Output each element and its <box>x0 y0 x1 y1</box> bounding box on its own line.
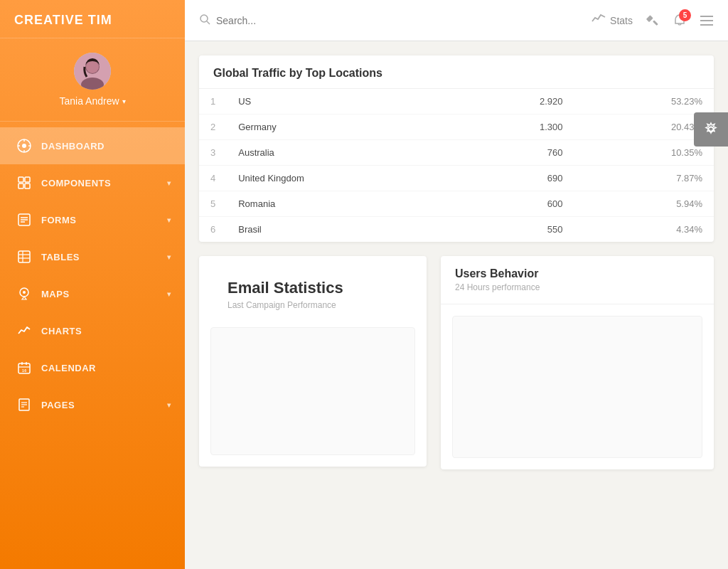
rank-cell: 5 <box>199 191 227 217</box>
behavior-card-header: Users Behavior 24 Hours performance <box>441 256 714 304</box>
email-stats-subtitle: Last Campaign Performance <box>213 300 412 321</box>
sidebar-user: Tania Andrew ▾ <box>0 38 185 122</box>
svg-point-5 <box>22 144 26 148</box>
rank-cell: 6 <box>199 217 227 243</box>
table-row: 2 Germany 1.300 20.43% <box>199 115 714 140</box>
country-cell: United Kingdom <box>227 166 456 191</box>
svg-rect-11 <box>25 177 30 182</box>
svg-rect-36 <box>646 15 653 22</box>
sidebar-item-calendar[interactable]: 16 CALENDAR <box>0 349 185 386</box>
geography-card: Global Traffic by Top Locations 1 US 2.9… <box>199 55 714 242</box>
avatar <box>74 53 111 90</box>
svg-rect-18 <box>18 251 30 262</box>
sidebar-item-dashboard[interactable]: DASHBOARD <box>0 127 185 164</box>
email-stats-chart <box>210 327 415 455</box>
svg-text:16: 16 <box>22 368 27 373</box>
email-stats-col: Email Statistics Last Campaign Performan… <box>199 256 427 484</box>
calendar-icon: 16 <box>14 358 34 378</box>
stats-label: Stats <box>610 15 633 26</box>
sidebar-item-components[interactable]: COMPONENTS ▾ <box>0 164 185 201</box>
sidebar-item-label: TABLES <box>41 252 80 262</box>
table-row: 4 United Kingdom 690 7.87% <box>199 166 714 191</box>
sidebar: CREATIVE TIM Tania Andrew ▾ <box>0 0 185 569</box>
table-row: 6 Brasil 550 4.34% <box>199 217 714 243</box>
menu-button[interactable] <box>700 15 714 26</box>
search-area <box>199 14 583 28</box>
chevron-down-icon: ▾ <box>167 179 171 187</box>
table-row: 5 Romania 600 5.94% <box>199 191 714 217</box>
percent-cell: 20.43% <box>574 115 714 140</box>
sidebar-item-label: MAPS <box>41 289 70 299</box>
number-cell: 1.300 <box>456 115 574 140</box>
notification-badge: 5 <box>679 9 691 21</box>
sidebar-item-label: FORMS <box>41 215 76 225</box>
email-stats-card: Email Statistics Last Campaign Performan… <box>199 256 427 467</box>
sidebar-nav: DASHBOARD COMPONENTS ▾ <box>0 122 185 429</box>
username-chevron: ▾ <box>122 97 126 105</box>
geography-card-body: 1 US 2.920 53.23% 2 Germany 1.300 20.43%… <box>199 89 714 242</box>
search-icon <box>199 14 210 28</box>
percent-cell: 10.35% <box>574 140 714 166</box>
notifications-button[interactable]: 5 <box>673 14 687 28</box>
sidebar-item-pages[interactable]: PAGES ▾ <box>0 386 185 423</box>
dashboard-icon <box>14 136 34 156</box>
two-col-section: Email Statistics Last Campaign Performan… <box>199 256 714 484</box>
email-stats-title: Email Statistics <box>213 267 412 300</box>
topbar: Stats 5 <box>185 0 728 41</box>
content-area: Global Traffic by Top Locations 1 US 2.9… <box>185 41 728 569</box>
settings-fab[interactable] <box>694 112 728 147</box>
percent-cell: 53.23% <box>574 89 714 115</box>
svg-point-3 <box>86 60 99 73</box>
sidebar-item-forms[interactable]: FORMS ▾ <box>0 201 185 238</box>
percent-cell: 5.94% <box>574 191 714 217</box>
number-cell: 550 <box>456 217 574 243</box>
country-cell: US <box>227 89 456 115</box>
country-cell: Brasil <box>227 217 456 243</box>
chevron-down-icon: ▾ <box>167 253 171 261</box>
number-cell: 600 <box>456 191 574 217</box>
chevron-down-icon: ▾ <box>167 216 171 224</box>
rank-cell: 1 <box>199 89 227 115</box>
sidebar-item-label: PAGES <box>41 400 75 410</box>
main-area: Stats 5 <box>185 0 728 569</box>
percent-cell: 7.87% <box>574 166 714 191</box>
sidebar-item-label: CHARTS <box>41 326 82 336</box>
pages-icon <box>14 395 34 415</box>
table-row: 1 US 2.920 53.23% <box>199 89 714 115</box>
topbar-actions: Stats 5 <box>592 13 714 28</box>
svg-rect-35 <box>653 20 658 26</box>
country-cell: Germany <box>227 115 456 140</box>
sidebar-item-charts[interactable]: CHARTS <box>0 312 185 349</box>
geography-table: 1 US 2.920 53.23% 2 Germany 1.300 20.43%… <box>199 89 714 242</box>
rank-cell: 4 <box>199 166 227 191</box>
geography-title: Global Traffic by Top Locations <box>213 67 700 80</box>
svg-rect-10 <box>18 177 23 182</box>
rank-cell: 2 <box>199 115 227 140</box>
brand-name: CREATIVE TIM <box>14 13 112 27</box>
svg-point-41 <box>709 127 714 132</box>
behavior-title: Users Behavior <box>455 267 700 280</box>
svg-rect-13 <box>25 184 30 188</box>
rank-cell: 3 <box>199 140 227 166</box>
behavior-subtitle: 24 Hours performance <box>455 282 700 292</box>
number-cell: 760 <box>456 140 574 166</box>
country-cell: Romania <box>227 191 456 217</box>
charts-icon <box>14 321 34 341</box>
tables-icon <box>14 247 34 267</box>
stats-button[interactable]: Stats <box>592 13 633 28</box>
svg-point-33 <box>200 15 208 22</box>
sidebar-item-maps[interactable]: MAPS ▾ <box>0 275 185 312</box>
hammer-button[interactable] <box>646 14 660 28</box>
table-row: 3 Australia 760 10.35% <box>199 140 714 166</box>
geography-card-header: Global Traffic by Top Locations <box>199 55 714 89</box>
sidebar-item-label: COMPONENTS <box>41 178 111 188</box>
sidebar-item-tables[interactable]: TABLES ▾ <box>0 238 185 275</box>
chevron-down-icon: ▾ <box>167 290 171 298</box>
search-input[interactable] <box>216 15 373 26</box>
maps-icon <box>14 284 34 304</box>
sidebar-item-label: CALENDAR <box>41 363 96 373</box>
sidebar-username[interactable]: Tania Andrew ▾ <box>59 95 125 107</box>
users-behavior-col: Users Behavior 24 Hours performance <box>441 256 714 484</box>
number-cell: 2.920 <box>456 89 574 115</box>
svg-rect-12 <box>18 184 23 188</box>
